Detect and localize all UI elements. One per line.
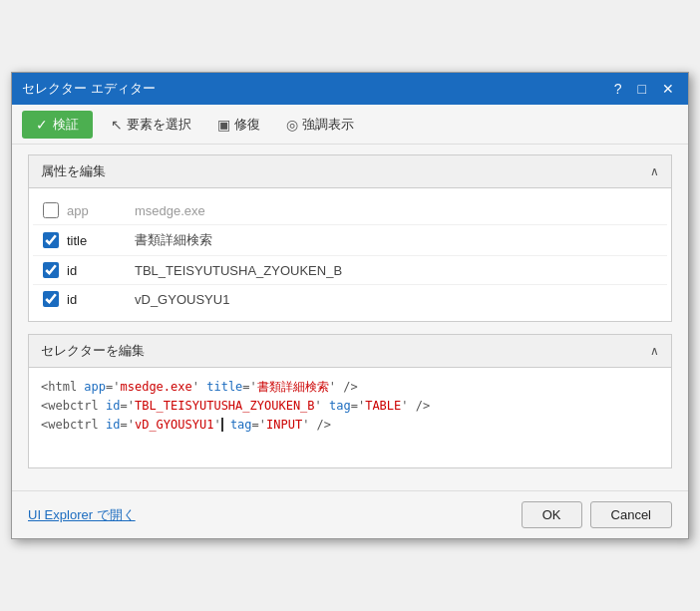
selector-chevron[interactable]: ∧ xyxy=(650,344,659,358)
attr-row-app: app msedge.exe xyxy=(33,196,667,225)
code-val-title: 書類詳細検索 xyxy=(257,380,329,394)
attr-value-app: msedge.exe xyxy=(135,203,205,218)
ui-explorer-link[interactable]: UI Explorer で開く xyxy=(28,506,136,524)
selector-section-title: セレクターを編集 xyxy=(41,342,145,360)
attributes-chevron[interactable]: ∧ xyxy=(650,164,659,178)
selector-section-header: セレクターを編集 ∧ xyxy=(29,335,671,368)
verify-button[interactable]: ✓ 検証 xyxy=(22,111,93,139)
select-element-label: 要素を選択 xyxy=(127,116,191,134)
attr-checkbox-app[interactable] xyxy=(43,202,59,218)
code-html-tag-1: <html xyxy=(41,380,84,394)
attr-checkbox-id-2[interactable] xyxy=(43,291,59,307)
attributes-section-body: app msedge.exe title 書類詳細検索 id TBL_TEISY… xyxy=(29,188,671,321)
restore-button[interactable]: □ xyxy=(634,82,650,96)
attr-checkbox-title[interactable] xyxy=(43,232,59,248)
repair-icon: ▣ xyxy=(217,117,230,133)
code-attr-id-1: id xyxy=(106,399,120,413)
code-val-tag-2: INPUT xyxy=(266,418,302,432)
code-attr-tag-2: tag xyxy=(230,418,252,432)
code-val-id-1: TBL_TEISYUTUSHA_ZYOUKEN_B xyxy=(135,399,315,413)
dialog-window: セレクター エディター ? □ ✕ ✓ 検証 ↖ 要素を選択 ▣ 修復 ◎ 強調… xyxy=(11,72,689,539)
highlight-icon: ◎ xyxy=(286,117,298,133)
repair-button[interactable]: ▣ 修復 xyxy=(209,112,268,138)
attr-row-id-2: id vD_GYOUSYU1 xyxy=(33,285,667,313)
attr-value-title: 書類詳細検索 xyxy=(135,231,212,249)
code-val-id-2: vD_GYOUSYU1 xyxy=(135,418,213,432)
dialog-content: 属性を編集 ∧ app msedge.exe title 書類詳細検索 xyxy=(12,145,688,490)
code-attr-app: app xyxy=(84,380,106,394)
ok-button[interactable]: OK xyxy=(522,501,582,528)
highlight-label: 強調表示 xyxy=(302,116,354,134)
attr-name-id-1: id xyxy=(67,263,127,278)
selector-editor-body[interactable]: <html app='msedge.exe' title='書類詳細検索' />… xyxy=(29,368,671,467)
attr-name-id-2: id xyxy=(67,292,127,307)
code-attr-title: title xyxy=(206,380,242,394)
code-val-tag-1: TABLE xyxy=(365,399,401,413)
attr-checkbox-id-1[interactable] xyxy=(43,262,59,278)
dialog-footer: UI Explorer で開く OK Cancel xyxy=(12,490,688,538)
attr-value-id-2: vD_GYOUSYU1 xyxy=(135,292,229,307)
toolbar: ✓ 検証 ↖ 要素を選択 ▣ 修復 ◎ 強調表示 xyxy=(12,105,688,145)
code-val-app: msedge.exe xyxy=(121,380,192,394)
attributes-section: 属性を編集 ∧ app msedge.exe title 書類詳細検索 xyxy=(28,154,672,322)
attr-value-id-1: TBL_TEISYUTUSHA_ZYOUKEN_B xyxy=(135,263,342,278)
code-line-2: <webctrl id='TBL_TEISYUTUSHA_ZYOUKEN_B' … xyxy=(41,397,659,416)
highlight-button[interactable]: ◎ 強調表示 xyxy=(278,112,362,138)
attr-row-title: title 書類詳細検索 xyxy=(33,225,667,256)
check-icon: ✓ xyxy=(36,117,48,133)
title-bar-controls: ? □ ✕ xyxy=(610,82,678,96)
footer-buttons: OK Cancel xyxy=(522,501,672,528)
code-line-1: <html app='msedge.exe' title='書類詳細検索' /> xyxy=(41,378,659,397)
verify-label: 検証 xyxy=(53,116,79,134)
code-line-3: <webctrl id='vD_GYOUSYU1' tag='INPUT' /> xyxy=(41,416,659,435)
code-html-tag-2: <webctrl xyxy=(41,399,106,413)
cancel-button[interactable]: Cancel xyxy=(590,501,672,528)
attr-name-app: app xyxy=(67,203,127,218)
select-element-button[interactable]: ↖ 要素を選択 xyxy=(103,112,199,138)
title-bar: セレクター エディター ? □ ✕ xyxy=(12,73,688,105)
attr-row-id-1: id TBL_TEISYUTUSHA_ZYOUKEN_B xyxy=(33,256,667,285)
attributes-section-title: 属性を編集 xyxy=(41,162,106,180)
attr-name-title: title xyxy=(67,233,127,248)
dialog-title: セレクター エディター xyxy=(22,80,156,98)
close-button[interactable]: ✕ xyxy=(658,82,678,96)
help-button[interactable]: ? xyxy=(610,82,626,96)
code-attr-tag-1: tag xyxy=(329,399,351,413)
attributes-section-header: 属性を編集 ∧ xyxy=(29,155,671,188)
code-html-tag-3: <webctrl xyxy=(41,418,106,432)
code-attr-id-2: id xyxy=(106,418,120,432)
repair-label: 修復 xyxy=(234,116,260,134)
cursor-icon: ↖ xyxy=(111,117,123,133)
selector-section: セレクターを編集 ∧ <html app='msedge.exe' title=… xyxy=(28,334,672,468)
